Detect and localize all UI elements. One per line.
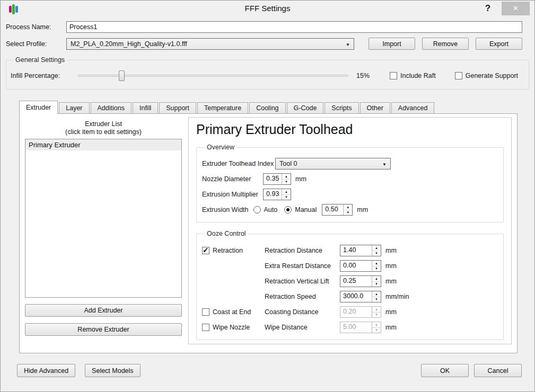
extruder-list-title: Extruder List (click item to edit settin… [25, 120, 182, 136]
hide-advanced-button[interactable]: Hide Advanced [17, 364, 75, 377]
retraction-speed-value[interactable]: 3000.0 [340, 291, 372, 302]
tab-other[interactable]: Other [360, 102, 390, 113]
nozzle-diameter-unit: mm [295, 175, 306, 183]
retraction-distance-spinbox[interactable]: 1.40 [340, 245, 381, 256]
toolhead-panel: Primary Extruder Toolhead Overview Extru… [188, 117, 512, 344]
extruder-list-title-line2: (click item to edit settings) [25, 128, 182, 136]
retraction-vertical-lift-spinbox[interactable]: 0.25 [340, 275, 381, 287]
coasting-distance-label: Coasting Distance [265, 308, 318, 316]
ok-button[interactable]: OK [421, 364, 469, 377]
spin-down-button [372, 313, 381, 318]
spin-down-button[interactable] [344, 210, 352, 216]
wipe-nozzle-checkbox[interactable] [202, 324, 209, 331]
footer-bar: Hide Advanced Select Models OK Cancel [17, 364, 522, 377]
retraction-distance-label: Retraction Distance [265, 247, 322, 254]
fff-settings-dialog: FFF Settings ? ✕ Process Name: Select Pr… [0, 0, 535, 392]
coast-at-end-checkbox[interactable] [202, 308, 209, 316]
spin-up-button [372, 322, 381, 328]
select-models-button[interactable]: Select Models [85, 364, 141, 377]
retraction-speed-label: Retraction Speed [265, 293, 316, 300]
extra-restart-distance-unit: mm [385, 262, 397, 270]
tab-scripts[interactable]: Scripts [324, 102, 358, 113]
spin-up-button[interactable] [372, 261, 381, 266]
retraction-label: Retraction [213, 247, 243, 254]
cancel-button[interactable]: Cancel [474, 364, 522, 377]
remove-extruder-button[interactable]: Remove Extruder [25, 323, 182, 336]
spin-down-button[interactable] [372, 282, 381, 287]
extruder-tab-page: Extruder List (click item to edit settin… [19, 113, 518, 353]
toolhead-index-label: Extruder Toolhead Index [202, 160, 275, 167]
wipe-distance-unit: mm [385, 324, 397, 331]
nozzle-diameter-spinbox[interactable]: 0.35 [263, 173, 291, 185]
toolhead-index-select[interactable]: Tool 0 [275, 158, 391, 170]
spin-down-button[interactable] [372, 266, 381, 272]
spin-up-button[interactable] [282, 189, 291, 195]
general-settings-group: General Settings Infill Percentage: 15% … [6, 56, 529, 90]
infill-slider[interactable] [78, 70, 348, 81]
infill-slider-handle[interactable] [119, 70, 125, 81]
extruder-list-title-line1: Extruder List [25, 120, 182, 128]
remove-button[interactable]: Remove [422, 38, 469, 50]
tab-advanced[interactable]: Advanced [391, 102, 435, 113]
tab-temperature[interactable]: Temperature [197, 102, 248, 113]
overview-group: Overview Extruder Toolhead Index Tool 0 … [196, 144, 504, 222]
retraction-speed-unit: mm/min [385, 293, 409, 300]
list-item-primary-extruder[interactable]: Primary Extruder [25, 139, 181, 150]
extra-restart-distance-spinbox[interactable]: 0.00 [340, 260, 381, 272]
retraction-distance-value[interactable]: 1.40 [340, 245, 372, 256]
wipe-distance-label: Wipe Distance [265, 324, 308, 331]
extrusion-width-auto-radio[interactable] [253, 206, 261, 213]
include-raft-checkbox[interactable] [390, 72, 397, 79]
general-settings-title: General Settings [13, 56, 67, 64]
include-raft-label: Include Raft [400, 72, 436, 79]
help-button[interactable]: ? [481, 2, 495, 15]
extrusion-width-spinbox[interactable]: 0.50 [322, 204, 353, 216]
extrusion-multiplier-value[interactable]: 0.93 [264, 189, 282, 200]
spin-down-button[interactable] [282, 195, 291, 200]
tab-extruder[interactable]: Extruder [19, 101, 58, 114]
extrusion-width-manual-radio[interactable] [284, 206, 292, 213]
spin-up-button[interactable] [282, 174, 291, 180]
process-name-input[interactable] [66, 21, 522, 33]
generate-support-label: Generate Support [466, 72, 518, 79]
spin-up-button[interactable] [372, 291, 381, 297]
tab-additions[interactable]: Additions [91, 102, 131, 113]
spin-down-button[interactable] [372, 251, 381, 256]
extrusion-width-auto-label: Auto [264, 206, 278, 213]
spin-up-button [372, 307, 381, 313]
generate-support-checkbox[interactable] [455, 72, 462, 79]
wipe-nozzle-label: Wipe Nozzle [213, 324, 250, 331]
profile-select-value: M2_PLA_0.20mm_High_Quality-v1.0.fff [71, 40, 187, 48]
coast-at-end-label: Coast at End [213, 308, 251, 316]
import-button[interactable]: Import [369, 38, 415, 50]
wipe-distance-spinbox: 5.00 [340, 322, 381, 333]
tab-cooling[interactable]: Cooling [249, 102, 285, 113]
spin-down-button[interactable] [372, 297, 381, 302]
tab-layer[interactable]: Layer [59, 102, 89, 113]
extrusion-width-value[interactable]: 0.50 [322, 204, 343, 215]
spin-up-button[interactable] [372, 276, 381, 282]
tab-infill[interactable]: Infill [133, 102, 158, 113]
select-profile-row: Select Profile: M2_PLA_0.20mm_High_Quali… [6, 38, 522, 50]
window-title: FFF Settings [1, 1, 534, 16]
spin-up-button[interactable] [372, 245, 381, 251]
extruder-listbox[interactable]: Primary Extruder [25, 139, 182, 298]
infill-percentage-label: Infill Percentage: [11, 72, 78, 79]
nozzle-diameter-label: Nozzle Diameter [202, 175, 263, 183]
nozzle-diameter-value[interactable]: 0.35 [264, 174, 282, 184]
ooze-control-title: Ooze Control [205, 230, 248, 237]
extra-restart-distance-value[interactable]: 0.00 [340, 261, 372, 271]
close-button[interactable]: ✕ [502, 2, 530, 15]
extrusion-multiplier-spinbox[interactable]: 0.93 [263, 189, 291, 200]
retraction-speed-spinbox[interactable]: 3000.0 [340, 291, 381, 302]
retraction-checkbox[interactable] [202, 247, 209, 254]
spin-down-button[interactable] [282, 180, 291, 185]
tab-support[interactable]: Support [159, 102, 196, 113]
export-button[interactable]: Export [476, 38, 522, 50]
tab-gcode[interactable]: G-Code [287, 102, 324, 113]
retraction-distance-unit: mm [385, 247, 397, 254]
add-extruder-button[interactable]: Add Extruder [25, 304, 182, 317]
profile-select[interactable]: M2_PLA_0.20mm_High_Quality-v1.0.fff [66, 38, 354, 50]
retraction-vertical-lift-value[interactable]: 0.25 [340, 276, 372, 287]
spin-up-button[interactable] [344, 204, 352, 210]
